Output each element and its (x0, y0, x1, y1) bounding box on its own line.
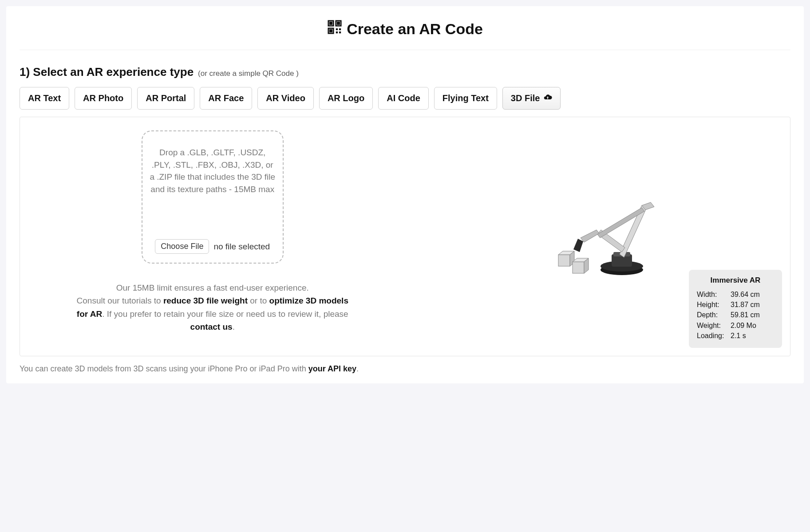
tab-ai-code[interactable]: AI Code (378, 87, 429, 110)
stat-weight-label: Weight: (697, 320, 728, 331)
svg-marker-18 (573, 239, 583, 252)
stats-panel: Immersive AR Width: 39.64 cm Height: 31.… (689, 270, 782, 348)
stat-depth: Depth: 59.81 cm (697, 310, 774, 320)
help-line2-prefix: Consult our tutorials to (77, 296, 163, 305)
step-hint-suffix: ) (294, 69, 298, 78)
page-title: Create an AR Code (20, 20, 790, 38)
tab-flying-text[interactable]: Flying Text (434, 87, 497, 110)
tab-ar-face[interactable]: AR Face (200, 87, 252, 110)
svg-rect-6 (336, 28, 338, 30)
stat-depth-value: 59.81 cm (731, 310, 760, 320)
qr-code-link[interactable]: QR Code (263, 69, 294, 78)
cloud-upload-icon (543, 93, 552, 104)
stat-height: Height: 31.87 cm (697, 299, 774, 310)
svg-rect-7 (339, 28, 341, 30)
help-line2-mid: or to (248, 296, 269, 305)
divider (20, 50, 790, 50)
step-heading: 1) Select an AR experience type (20, 65, 194, 79)
main-card: Create an AR Code 1) Select an AR experi… (6, 6, 804, 383)
footnote: You can create 3D models from 3D scans u… (20, 364, 790, 374)
panel: Drop a .GLB, .GLTF, .USDZ, .PLY, .STL, .… (20, 117, 790, 356)
tab-ar-logo[interactable]: AR Logo (319, 87, 373, 110)
help-line1: Our 15MB limit ensures a fast end-user e… (116, 283, 309, 292)
stat-width-value: 39.64 cm (731, 289, 760, 299)
step-hint-prefix: (or create a simple (198, 69, 263, 78)
dropzone[interactable]: Drop a .GLB, .GLTF, .USDZ, .PLY, .STL, .… (142, 130, 284, 264)
panel-left: Drop a .GLB, .GLTF, .USDZ, .PLY, .STL, .… (20, 117, 405, 356)
page-title-text: Create an AR Code (347, 20, 483, 38)
svg-rect-23 (573, 262, 584, 273)
api-key-link[interactable]: your API key (308, 364, 356, 373)
stats-title: Immersive AR (697, 276, 774, 285)
stat-weight-value: 2.09 Mo (731, 320, 756, 331)
svg-rect-1 (330, 22, 332, 24)
stat-height-label: Height: (697, 299, 728, 310)
stat-loading-label: Loading: (697, 331, 728, 341)
model-preview[interactable] (531, 179, 664, 294)
reduce-3d-weight-link[interactable]: reduce 3D file weight (163, 296, 248, 305)
stat-depth-label: Depth: (697, 310, 728, 320)
step-row: 1) Select an AR experience type (or crea… (20, 65, 790, 79)
tab-3d-file-label: 3D File (511, 93, 540, 103)
svg-rect-5 (330, 30, 332, 32)
svg-marker-17 (581, 230, 599, 242)
svg-rect-20 (558, 255, 570, 266)
file-status: no file selected (213, 240, 270, 253)
tab-ar-text[interactable]: AR Text (20, 87, 69, 110)
tab-ar-video[interactable]: AR Video (257, 87, 314, 110)
footnote-prefix: You can create 3D models from 3D scans u… (20, 364, 308, 373)
svg-rect-9 (339, 32, 341, 33)
qr-icon (327, 20, 342, 38)
stat-width-label: Width: (697, 289, 728, 299)
svg-rect-8 (336, 32, 338, 33)
stat-height-value: 31.87 cm (731, 299, 760, 310)
tabs: AR Text AR Photo AR Portal AR Face AR Vi… (20, 87, 790, 110)
stat-weight: Weight: 2.09 Mo (697, 320, 774, 331)
stat-loading-value: 2.1 s (731, 331, 746, 341)
file-row: Choose File no file selected (150, 239, 276, 254)
svg-rect-3 (338, 22, 340, 24)
dropzone-text: Drop a .GLB, .GLTF, .USDZ, .PLY, .STL, .… (150, 146, 276, 195)
footnote-suffix: . (356, 364, 359, 373)
tab-ar-portal[interactable]: AR Portal (137, 87, 194, 110)
tab-3d-file[interactable]: 3D File (502, 87, 561, 110)
help-line3-prefix: . If you prefer to retain your file size… (102, 309, 348, 319)
help-block: Our 15MB limit ensures a fast end-user e… (71, 281, 355, 334)
stat-width: Width: 39.64 cm (697, 289, 774, 299)
choose-file-button[interactable]: Choose File (155, 239, 209, 254)
panel-right: Immersive AR Width: 39.64 cm Height: 31.… (405, 117, 790, 356)
stat-loading: Loading: 2.1 s (697, 331, 774, 341)
tab-ar-photo[interactable]: AR Photo (75, 87, 132, 110)
contact-us-link[interactable]: contact us (190, 322, 233, 331)
help-line3-suffix: . (233, 322, 235, 331)
step-hint: (or create a simple QR Code ) (198, 69, 299, 78)
